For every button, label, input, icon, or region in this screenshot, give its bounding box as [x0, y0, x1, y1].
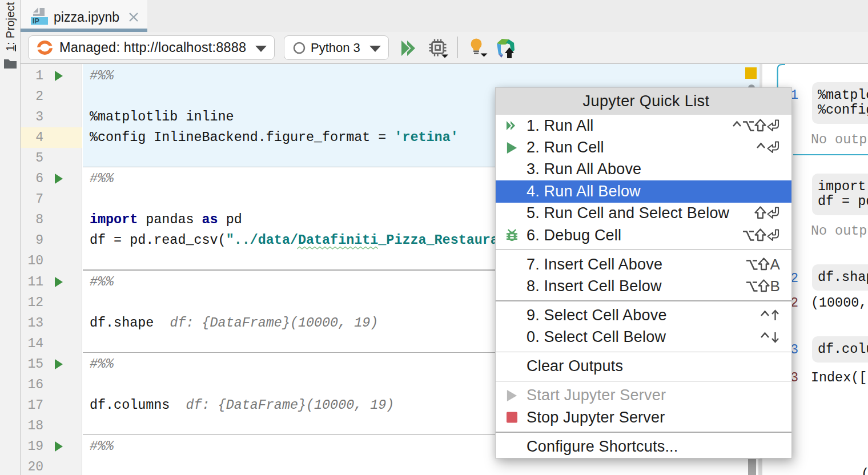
svg-text:IP: IP: [33, 17, 39, 25]
